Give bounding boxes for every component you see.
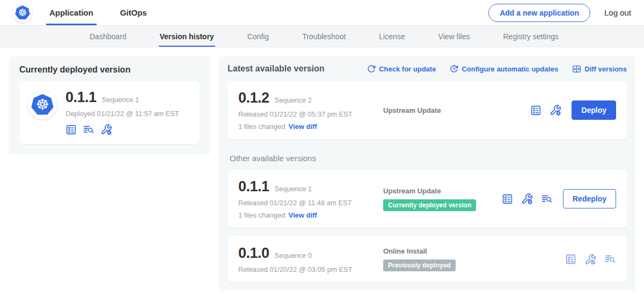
subnav-version-history[interactable]: Version history: [159, 26, 215, 47]
subnav-license[interactable]: License: [378, 26, 406, 47]
view-logs-icon[interactable]: [604, 254, 616, 265]
check-for-update-label: Check for update: [379, 65, 436, 73]
logout-button[interactable]: Log out: [604, 8, 631, 17]
release-notes-icon[interactable]: [502, 193, 513, 205]
view-diff-link[interactable]: View diff: [288, 211, 317, 219]
main-content: Currently deployed version ☸ 0.1.1 Seque…: [0, 47, 644, 300]
released-timestamp: Released 01/21/22 @ 05:37 pm EST: [238, 110, 376, 118]
refresh-icon: [367, 64, 376, 73]
deployed-version-card: ☸ 0.1.1 Sequence 1 Deployed 01/21/22 @ 1…: [19, 82, 200, 144]
sequence-label: Sequence 2: [275, 96, 312, 104]
configure-automatic-updates-link[interactable]: Configure automatic updates: [450, 64, 558, 73]
tab-gitops[interactable]: GitOps: [117, 0, 150, 25]
app-logo: ☸: [28, 90, 57, 119]
helm-wheel-icon: ☸: [35, 97, 49, 112]
other-versions-title: Other available versions: [230, 154, 627, 163]
edit-config-icon[interactable]: [550, 104, 561, 116]
version-row-0-1-2: 0.1.2 Sequence 2 Released 01/21/22 @ 05:…: [228, 81, 627, 139]
diff-versions-link[interactable]: Diff versions: [572, 64, 627, 74]
deployed-version-number: 0.1.1: [65, 89, 97, 106]
latest-version-title: Latest available version: [228, 64, 325, 74]
version-number: 0.1.2: [238, 90, 269, 106]
view-logs-icon[interactable]: [541, 193, 553, 205]
configure-automatic-updates-label: Configure automatic updates: [462, 65, 558, 73]
view-config-icon[interactable]: [584, 254, 596, 265]
check-for-update-link[interactable]: Check for update: [367, 64, 436, 73]
files-changed-label: 1 files changed: [238, 211, 285, 219]
subnav-dashboard[interactable]: Dashboard: [89, 26, 128, 47]
subnav-registry-settings[interactable]: Registry settings: [502, 26, 559, 47]
currently-deployed-badge: Currently deployed version: [383, 199, 476, 211]
redeploy-button[interactable]: Redeploy: [563, 189, 616, 208]
app-subnav: Dashboard Version history Config Trouble…: [0, 26, 644, 47]
deploy-button[interactable]: Deploy: [572, 100, 616, 120]
helm-wheel-icon: ☸: [18, 8, 27, 18]
version-source-label: Upstream Update: [383, 106, 530, 114]
version-history-panel: Latest available version Check for updat…: [219, 56, 635, 291]
subnav-config[interactable]: Config: [246, 26, 270, 47]
release-notes-icon[interactable]: [565, 254, 576, 265]
sequence-label: Sequence 0: [275, 251, 312, 259]
version-source-label: Online Install: [383, 247, 565, 255]
app-header: ☸ Application GitOps Add a new applicati…: [0, 0, 644, 26]
clock-rotate-icon: [450, 64, 458, 73]
header-tabs: Application GitOps: [46, 0, 171, 25]
files-changed-label: 1 files changed: [238, 122, 285, 131]
view-diff-link[interactable]: View diff: [288, 122, 317, 131]
subnav-troubleshoot[interactable]: Troubleshoot: [301, 26, 347, 47]
version-row-0-1-0: 0.1.0 Sequence 0 Released 01/20/22 @ 03:…: [228, 236, 627, 282]
version-source-label: Upstream Update: [383, 187, 502, 195]
diff-versions-label: Diff versions: [584, 65, 627, 73]
released-timestamp: Released 01/21/22 @ 11:48 am EST: [238, 199, 376, 207]
tab-application[interactable]: Application: [46, 0, 97, 25]
released-timestamp: Released 01/20/22 @ 03:05 pm EST: [238, 265, 376, 273]
diff-icon: [572, 64, 581, 74]
version-number: 0.1.0: [238, 245, 269, 262]
version-row-0-1-1: 0.1.1 Sequence 1 Released 01/21/22 @ 11:…: [228, 170, 627, 228]
kubernetes-logo: ☸: [13, 3, 32, 23]
currently-deployed-title: Currently deployed version: [19, 65, 200, 75]
version-number: 0.1.1: [238, 178, 269, 195]
deployed-sequence-label: Sequence 1: [102, 96, 139, 104]
subnav-view-files[interactable]: View files: [437, 26, 471, 47]
deployed-timestamp: Deployed 01/21/22 @ 11:57 am EST: [65, 110, 179, 118]
add-application-button[interactable]: Add a new application: [488, 4, 590, 22]
view-logs-icon[interactable]: [83, 124, 94, 135]
edit-config-icon[interactable]: [100, 124, 112, 135]
release-notes-icon[interactable]: [65, 124, 77, 135]
previously-deployed-badge: Previously deployed: [383, 259, 456, 271]
edit-config-icon[interactable]: [521, 193, 533, 205]
sequence-label: Sequence 1: [275, 185, 312, 193]
currently-deployed-panel: Currently deployed version ☸ 0.1.1 Seque…: [9, 56, 210, 155]
release-notes-icon[interactable]: [530, 105, 541, 116]
